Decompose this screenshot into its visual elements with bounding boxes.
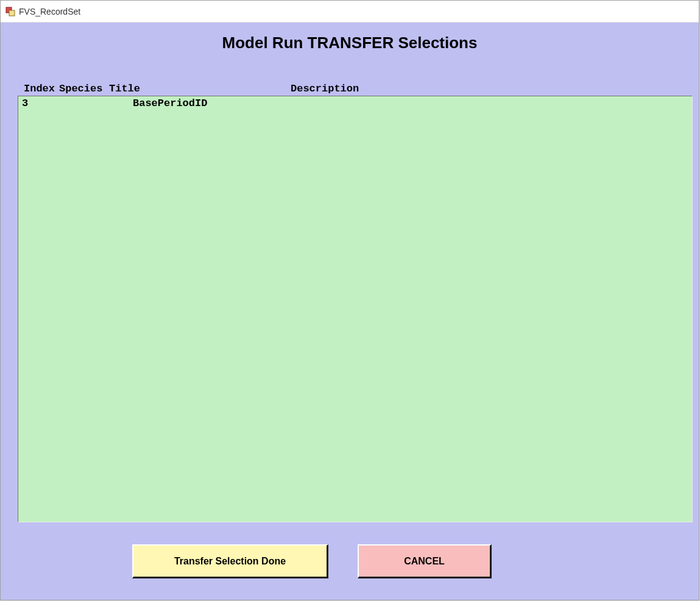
- cell-title: BasePeriodID: [133, 98, 303, 110]
- app-icon: [5, 7, 15, 16]
- titlebar: FVS_RecordSet: [1, 1, 699, 23]
- list-header: Index Species Title Description: [1, 83, 699, 94]
- column-header-species: Species: [59, 83, 109, 94]
- button-bar: Transfer Selection Done CANCEL: [1, 544, 699, 578]
- client-area: Model Run TRANSFER Selections Index Spec…: [1, 23, 699, 600]
- window-frame: FVS_RecordSet Model Run TRANSFER Selecti…: [0, 0, 699, 600]
- column-header-title: Title: [109, 83, 291, 94]
- cell-description: [303, 98, 692, 110]
- list-panel[interactable]: 3 BasePeriodID: [18, 96, 693, 522]
- column-header-index: Index: [24, 83, 59, 94]
- column-header-description: Description: [291, 83, 699, 94]
- transfer-selection-done-button[interactable]: Transfer Selection Done: [132, 544, 328, 578]
- cancel-button[interactable]: CANCEL: [358, 544, 492, 578]
- page-title: Model Run TRANSFER Selections: [1, 34, 699, 52]
- list-item[interactable]: 3 BasePeriodID: [18, 96, 692, 111]
- window-title: FVS_RecordSet: [19, 7, 80, 16]
- cell-species: [62, 98, 133, 110]
- cell-index: 3: [22, 98, 62, 110]
- svg-rect-1: [9, 10, 15, 16]
